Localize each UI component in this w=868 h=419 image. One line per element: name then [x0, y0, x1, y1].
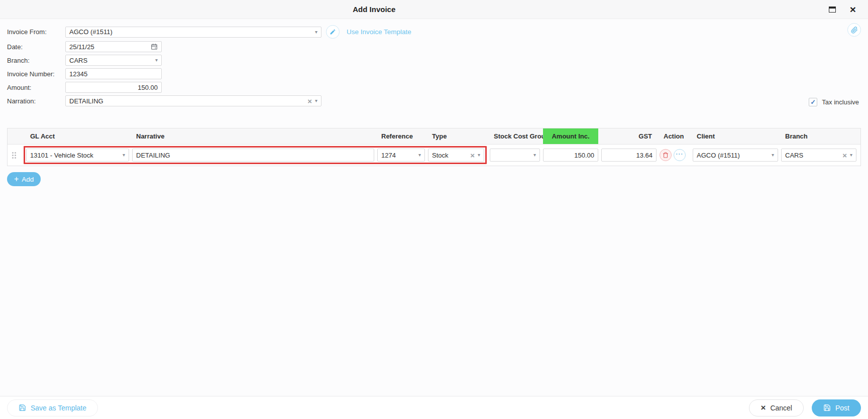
date-input[interactable] — [69, 43, 151, 51]
gl-acct-value: 13101 - Vehicle Stock — [30, 152, 120, 159]
chevron-down-icon: ▾ — [850, 153, 852, 158]
drag-handle-icon[interactable] — [12, 152, 14, 154]
save-as-template-label: Save as Template — [31, 404, 86, 412]
client-select[interactable]: AGCO (#1511) ▾ — [693, 149, 778, 162]
type-value: Stock — [432, 152, 467, 159]
gst-field — [601, 149, 657, 162]
paperclip-icon — [851, 27, 858, 34]
date-field — [65, 41, 162, 52]
client-value: AGCO (#1511) — [697, 152, 769, 159]
amount-input[interactable] — [69, 84, 158, 91]
row-more-button[interactable]: ··· — [674, 149, 686, 161]
close-icon: × — [850, 6, 856, 13]
invoice-number-input[interactable] — [69, 70, 158, 78]
narration-value: DETAILING — [69, 97, 304, 105]
maximize-icon — [829, 7, 836, 13]
chevron-down-icon: ▾ — [533, 153, 536, 158]
floppy-icon — [19, 404, 26, 411]
add-row-button[interactable]: + Add — [7, 172, 41, 186]
narration-clear-icon[interactable]: × — [307, 97, 312, 105]
chevron-down-icon: ▾ — [155, 58, 158, 63]
trash-icon — [663, 152, 669, 158]
col-header-narrative: Narrative — [132, 130, 374, 143]
amount-field — [65, 82, 162, 93]
amount-row: Amount: — [7, 82, 861, 93]
invoice-form: Invoice From: AGCO (#1511) ▾ Use Invoice… — [0, 19, 868, 109]
tax-inclusive-group: ✓ Tax inclusive — [809, 98, 861, 106]
checkmark-icon: ✓ — [810, 99, 816, 105]
dialog-titlebar: Add Invoice × — [0, 0, 868, 19]
gst-input[interactable] — [605, 152, 653, 159]
col-header-amount-inc: Amount Inc. — [543, 128, 598, 144]
branch-select[interactable]: CARS ▾ — [65, 55, 162, 66]
add-invoice-dialog: Add Invoice × Invoice From: AGCO (#1511)… — [0, 0, 868, 419]
col-header-action: Action — [660, 128, 690, 144]
reference-select[interactable]: 1274 ▾ — [377, 149, 425, 162]
type-clear-icon[interactable]: × — [470, 152, 475, 159]
invoice-from-value: AGCO (#1511) — [69, 28, 312, 36]
narrative-field — [132, 149, 374, 162]
action-cell: ··· — [660, 149, 690, 161]
col-header-handle — [8, 128, 21, 144]
pencil-icon — [330, 29, 336, 35]
narration-select[interactable]: DETAILING × ▾ — [65, 95, 321, 106]
maximize-button[interactable] — [829, 7, 836, 13]
col-header-branch: Branch — [781, 128, 856, 144]
col-header-gl-acct: GL Acct — [26, 130, 129, 143]
delete-row-button[interactable] — [660, 149, 672, 161]
tax-inclusive-label: Tax inclusive — [822, 98, 859, 106]
cancel-button[interactable]: × Cancel — [749, 399, 804, 416]
invoice-from-label: Invoice From: — [7, 28, 65, 36]
tax-inclusive-checkbox[interactable]: ✓ — [809, 98, 817, 106]
invoice-number-row: Invoice Number: — [7, 68, 861, 79]
date-row: Date: — [7, 41, 861, 52]
reference-value: 1274 — [381, 152, 415, 159]
invoice-from-row: Invoice From: AGCO (#1511) ▾ Use Invoice… — [7, 25, 861, 39]
branch-label: Branch: — [7, 57, 65, 64]
chevron-down-icon: ▾ — [315, 98, 317, 103]
col-header-reference: Reference — [377, 130, 425, 143]
amount-inc-field — [543, 149, 598, 162]
highlighted-cells-outline: 13101 - Vehicle Stock ▾ 1274 — [24, 146, 487, 164]
post-button[interactable]: Post — [812, 399, 861, 416]
col-header-stock-cost-group: Stock Cost Group — [490, 128, 540, 144]
edit-entity-button[interactable] — [326, 25, 340, 39]
chevron-down-icon: ▾ — [123, 153, 125, 158]
chevron-down-icon: ▾ — [772, 153, 774, 158]
empty-area — [0, 186, 868, 396]
col-header-client: Client — [693, 128, 778, 144]
narrative-input[interactable] — [136, 152, 370, 159]
table-header-row: GL Acct Narrative Reference Type Stock C… — [8, 128, 860, 145]
amount-inc-input[interactable] — [547, 152, 594, 159]
dialog-title: Add Invoice — [353, 5, 395, 14]
ellipsis-icon: ··· — [676, 151, 684, 157]
stock-cost-group-select[interactable]: ▾ — [490, 149, 540, 162]
post-label: Post — [835, 404, 849, 412]
branch-clear-icon[interactable]: × — [842, 152, 847, 159]
amount-label: Amount: — [7, 84, 65, 91]
row-branch-select[interactable]: CARS × ▾ — [781, 149, 856, 162]
add-row-label: Add — [22, 176, 34, 183]
gl-acct-select[interactable]: 13101 - Vehicle Stock ▾ — [26, 149, 129, 162]
invoice-from-select[interactable]: AGCO (#1511) ▾ — [65, 27, 321, 38]
save-as-template-button[interactable]: Save as Template — [7, 399, 98, 416]
row-branch-value: CARS — [785, 152, 839, 159]
calendar-icon[interactable] — [151, 43, 158, 50]
use-invoice-template-link[interactable]: Use Invoice Template — [347, 28, 411, 36]
line-items-table: GL Acct Narrative Reference Type Stock C… — [7, 128, 861, 166]
attachment-button[interactable] — [847, 23, 861, 37]
narration-label: Narration: — [7, 97, 65, 105]
invoice-number-label: Invoice Number: — [7, 70, 65, 78]
type-select[interactable]: Stock × ▾ — [428, 149, 484, 162]
plus-icon: + — [14, 175, 19, 183]
narration-row: Narration: DETAILING × ▾ ✓ Tax inclusive — [7, 95, 861, 106]
branch-value: CARS — [69, 57, 152, 64]
line-items-section: GL Acct Narrative Reference Type Stock C… — [0, 128, 868, 186]
x-icon: × — [761, 403, 766, 412]
chevron-down-icon: ▾ — [418, 153, 421, 158]
invoice-number-field — [65, 68, 162, 79]
chevron-down-icon: ▾ — [478, 153, 480, 158]
col-header-type: Type — [428, 130, 484, 143]
col-header-gst: GST — [601, 128, 657, 144]
close-button[interactable]: × — [850, 6, 856, 13]
